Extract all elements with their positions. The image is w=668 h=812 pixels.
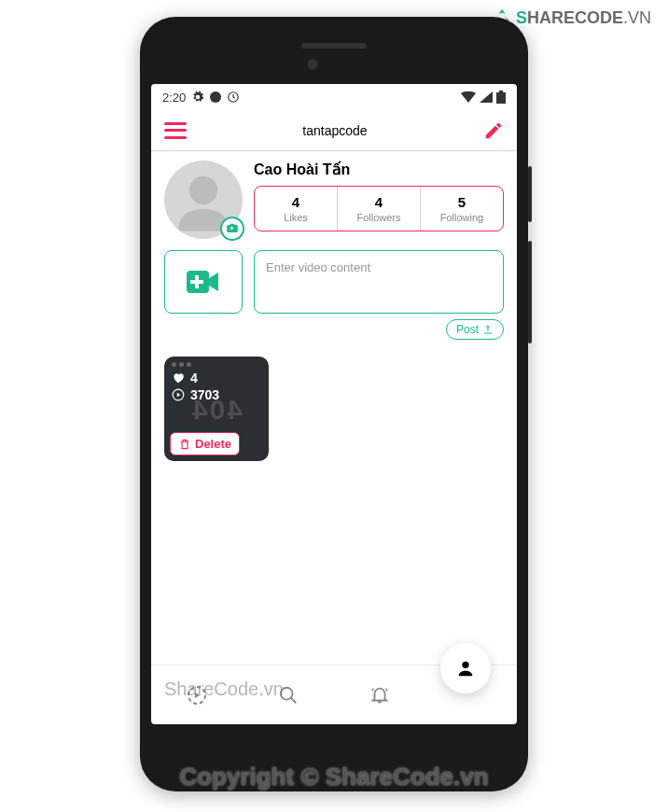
phone-mockup: 2:20 tantapcode <box>140 17 528 791</box>
status-time: 2:20 <box>162 91 186 105</box>
add-photo-button[interactable] <box>220 217 244 241</box>
avatar-container <box>164 161 243 239</box>
svg-rect-1 <box>496 92 506 104</box>
camera-plus-icon <box>226 222 239 235</box>
watermark-bottom: Copyright © ShareCode.vn <box>0 763 668 791</box>
svg-point-12 <box>462 662 468 668</box>
nav-notifications[interactable] <box>359 675 400 716</box>
heart-icon <box>172 371 185 385</box>
nav-profile-fab[interactable] <box>440 643 491 693</box>
sync-icon <box>227 91 240 104</box>
post-button[interactable]: Post <box>446 319 504 340</box>
profile-section: Cao Hoài Tấn 4 Likes 4 Followers 5 Follo… <box>151 151 517 246</box>
stat-followers[interactable]: 4 Followers <box>338 187 421 231</box>
video-grid: 404 4 3703 Delete <box>151 349 517 469</box>
profile-name: Cao Hoài Tấn <box>254 161 504 178</box>
window-dots-icon <box>172 362 261 367</box>
video-likes: 4 <box>172 371 261 385</box>
edit-icon[interactable] <box>483 120 504 141</box>
menu-button[interactable] <box>164 122 187 139</box>
gear-icon <box>191 91 204 104</box>
compose-row: Enter video content <box>151 246 517 319</box>
stats-box: 4 Likes 4 Followers 5 Following <box>254 186 504 231</box>
delete-button[interactable]: Delete <box>170 432 240 455</box>
battery-icon <box>496 91 506 104</box>
video-plus-icon <box>187 269 220 295</box>
upload-video-button[interactable] <box>164 250 243 314</box>
svg-line-11 <box>291 697 297 703</box>
wifi-icon <box>461 91 476 103</box>
bell-icon <box>369 685 390 706</box>
video-content-input[interactable]: Enter video content <box>254 250 504 314</box>
dot-icon <box>210 91 221 103</box>
trash-icon <box>178 438 191 451</box>
stat-following[interactable]: 5 Following <box>421 187 503 231</box>
watermark-mid: ShareCode.vn <box>164 679 284 700</box>
app-header: tantapcode <box>151 110 517 151</box>
error-text: 404 <box>164 394 269 426</box>
svg-point-4 <box>189 176 217 204</box>
svg-rect-7 <box>190 280 203 284</box>
page-title: tantapcode <box>302 123 367 138</box>
stat-likes[interactable]: 4 Likes <box>255 187 338 231</box>
upload-icon <box>482 324 494 335</box>
signal-icon <box>480 91 493 103</box>
video-card[interactable]: 404 4 3703 Delete <box>164 357 269 461</box>
app-screen: 2:20 tantapcode <box>151 84 517 724</box>
svg-rect-2 <box>499 91 503 92</box>
person-icon <box>455 658 476 679</box>
status-bar: 2:20 <box>151 84 517 110</box>
